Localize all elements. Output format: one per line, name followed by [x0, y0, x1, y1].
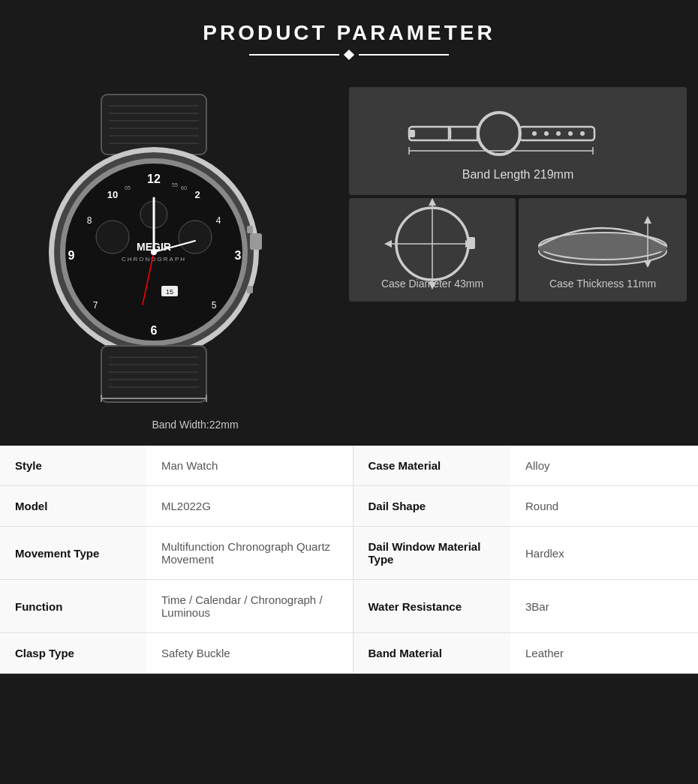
svg-rect-0 — [101, 95, 206, 155]
svg-rect-38 — [101, 346, 206, 402]
row-label1: Clasp Type — [0, 633, 146, 674]
svg-text:15: 15 — [166, 288, 173, 296]
row-value1: Safety Buckle — [146, 633, 353, 674]
svg-text:CHRONOGRAPH: CHRONOGRAPH — [122, 256, 186, 263]
svg-point-55 — [568, 131, 573, 136]
svg-text:60: 60 — [181, 185, 187, 191]
watch-illustration: 15 MEGIR CHRONOGRAPH 12 3 6 9 2 10 8 4 5… — [11, 87, 296, 410]
svg-text:4: 4 — [216, 215, 221, 226]
svg-rect-12 — [247, 226, 253, 233]
row-value2: 3Bar — [510, 580, 698, 633]
svg-text:5: 5 — [212, 300, 217, 311]
row-label2: Water Resistance — [353, 580, 510, 633]
specs-panel: Band Length 219mm — [349, 87, 687, 302]
svg-point-53 — [544, 131, 549, 136]
band-icon-area — [364, 101, 672, 168]
band-length-label: Band Length 219mm — [364, 168, 672, 182]
row-label2: Band Material — [353, 633, 510, 674]
row-value1: Time / Calendar / Chronograph / Luminous — [146, 580, 353, 633]
header-divider — [15, 51, 683, 59]
row-value2: Hardlex — [510, 527, 698, 580]
row-value2: Alloy — [510, 446, 698, 486]
divider-diamond — [344, 50, 354, 60]
row-label1: Style — [0, 446, 146, 486]
svg-rect-48 — [409, 130, 415, 137]
table-row: Movement Type Multifunction Chronograph … — [0, 527, 698, 580]
svg-text:8: 8 — [87, 215, 92, 226]
table-row: Style Man Watch Case Material Alloy — [0, 446, 698, 486]
svg-rect-13 — [247, 286, 253, 293]
svg-point-37 — [151, 249, 157, 255]
case-thickness-label: Case Thickness 11mm — [528, 278, 678, 290]
svg-point-56 — [580, 131, 585, 136]
svg-rect-11 — [250, 233, 262, 250]
svg-marker-66 — [384, 240, 392, 248]
svg-text:05: 05 — [125, 185, 131, 191]
page-header: PRODUCT PARAMETER — [0, 0, 698, 72]
page-title: PRODUCT PARAMETER — [15, 21, 683, 45]
svg-marker-73 — [644, 260, 651, 268]
case-thickness-card: Case Thickness 11mm — [519, 198, 687, 302]
svg-point-50 — [478, 113, 520, 155]
row-value1: ML2022G — [146, 486, 353, 527]
table-row: Function Time / Calendar / Chronograph /… — [0, 580, 698, 633]
svg-text:55: 55 — [172, 182, 178, 188]
svg-point-54 — [556, 131, 561, 136]
band-length-icon — [405, 104, 630, 164]
svg-marker-63 — [429, 198, 436, 206]
svg-text:7: 7 — [93, 300, 98, 311]
svg-text:10: 10 — [107, 189, 118, 200]
divider-line-right — [359, 54, 449, 56]
table-row: Model ML2022G Dail Shape Round — [0, 486, 698, 527]
svg-point-14 — [96, 221, 129, 254]
row-value1: Man Watch — [146, 446, 353, 486]
dimensions-row: Case Diameter 43mm — [349, 198, 687, 302]
table-row: Clasp Type Safety Buckle Band Material L… — [0, 633, 698, 674]
svg-text:12: 12 — [147, 173, 161, 185]
row-label1: Movement Type — [0, 527, 146, 580]
row-label2: Case Material — [353, 446, 510, 486]
row-value1: Multifunction Chronograph Quartz Movemen… — [146, 527, 353, 580]
band-length-card: Band Length 219mm — [349, 87, 687, 195]
row-value2: Leather — [510, 633, 698, 674]
case-thickness-icon-area — [528, 210, 678, 278]
svg-rect-47 — [409, 127, 450, 140]
row-label2: Dail Shape — [353, 486, 510, 527]
svg-text:2: 2 — [194, 189, 200, 200]
row-label1: Function — [0, 580, 146, 633]
row-value2: Round — [510, 486, 698, 527]
divider-line-left — [249, 54, 339, 56]
row-label1: Model — [0, 486, 146, 527]
svg-text:3: 3 — [235, 249, 242, 262]
svg-rect-49 — [449, 127, 477, 140]
svg-text:6: 6 — [151, 324, 158, 337]
param-table: Style Man Watch Case Material Alloy Mode… — [0, 446, 698, 674]
case-diameter-icon-area — [358, 210, 507, 278]
band-width-label: Band Width:22mm — [11, 419, 334, 431]
table-section: Style Man Watch Case Material Alloy Mode… — [0, 446, 698, 674]
main-content: 15 MEGIR CHRONOGRAPH 12 3 6 9 2 10 8 4 5… — [0, 72, 698, 431]
row-label2: Dail Window Material Type — [353, 527, 510, 580]
svg-text:9: 9 — [68, 249, 75, 262]
watch-section: 15 MEGIR CHRONOGRAPH 12 3 6 9 2 10 8 4 5… — [11, 87, 334, 431]
svg-point-16 — [179, 221, 212, 254]
svg-point-52 — [532, 131, 537, 136]
case-diameter-card: Case Diameter 43mm — [349, 198, 516, 302]
svg-marker-72 — [644, 216, 651, 224]
